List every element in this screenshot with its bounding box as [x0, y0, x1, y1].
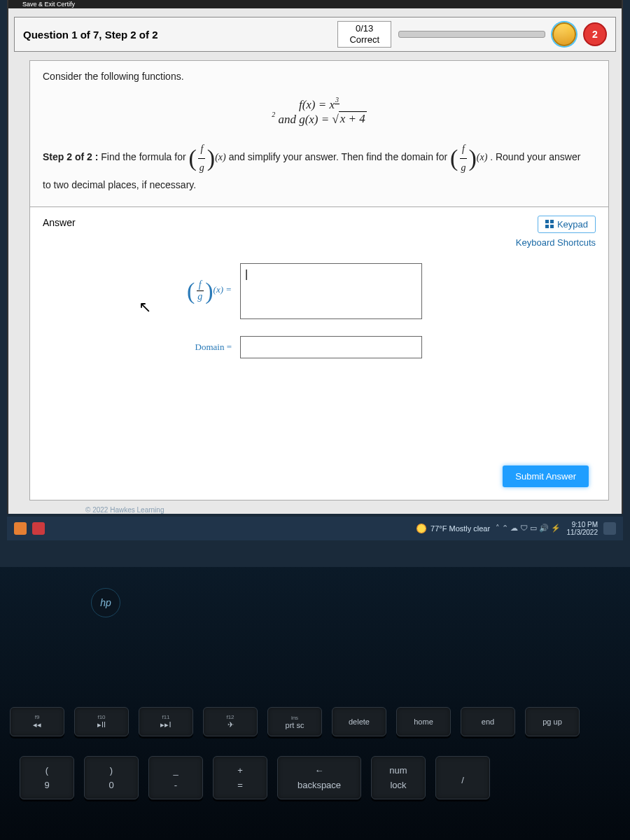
step-text-tail: to two decimal places, if necessary. — [43, 179, 196, 190]
formula-input[interactable]: | — [240, 263, 422, 319]
and-word: and — [278, 112, 299, 125]
copyright-text: © 2022 Hawkes Learning — [85, 506, 622, 514]
step-instruction: Step 2 of 2 : Find the formula for ( fg … — [43, 140, 596, 194]
save-exit-bar[interactable]: Save & Exit Certify — [8, 0, 622, 8]
keyboard-key: f9◂◂ — [10, 707, 64, 736]
sun-icon — [416, 524, 426, 533]
of-x-1: (x) — [215, 153, 226, 163]
keyboard-key: end — [461, 707, 515, 736]
keyboard-key: home — [396, 707, 451, 736]
keyboard-key: f12✈ — [203, 707, 258, 736]
weather-text: 77°F Mostly clear — [430, 524, 490, 533]
f-exp-den: 2 — [272, 111, 275, 118]
score-label: Correct — [349, 34, 379, 46]
keyboard-shortcuts-link[interactable]: Keyboard Shortcuts — [516, 237, 596, 248]
step-text-b: and simplify your answer. Then find the … — [229, 152, 450, 163]
progress-bar — [398, 31, 545, 38]
f-lhs: f(x) = x — [299, 98, 335, 111]
keyboard-key: / — [435, 756, 490, 799]
lives-badge: 2 — [583, 22, 607, 46]
windows-taskbar[interactable]: 77°F Mostly clear ˄ ⌃ ☁ 🛡 ▭ 🔊 ⚡ 9:10 PM … — [7, 517, 623, 540]
fg-fraction-1: ( fg ) — [189, 140, 216, 176]
keyboard-key: delete — [332, 707, 386, 736]
domain-label: Domain = — [169, 342, 232, 353]
function-definitions: f(x) = x32 and g(x) = √x + 4 — [43, 97, 596, 126]
keyboard-key: += — [213, 756, 267, 799]
keyboard-key: (9 — [20, 756, 74, 799]
keyboard-key: f10▸II — [74, 707, 129, 736]
problem-card: Consider the following functions. f(x) =… — [29, 60, 609, 206]
physical-keyboard: hp f9◂◂f10▸IIf11▸▸If12✈insprt scdeleteho… — [0, 567, 630, 840]
keypad-button[interactable]: Keypad — [538, 216, 596, 233]
clock-time: 9:10 PM — [567, 521, 598, 528]
domain-input[interactable] — [240, 336, 422, 358]
step-text-c: . Round your answer — [490, 152, 580, 163]
keypad-icon — [545, 220, 554, 228]
keyboard-key: )0 — [84, 756, 139, 799]
problem-intro: Consider the following functions. — [43, 71, 596, 82]
fg-fraction-2: ( fg ) — [450, 140, 477, 176]
f-exp-num: 3 — [335, 96, 340, 104]
question-header: Question 1 of 7, Step 2 of 2 0/13 Correc… — [14, 17, 616, 52]
taskbar-clock[interactable]: 9:10 PM 11/3/2022 — [567, 521, 598, 536]
cursor-icon: ↖ — [139, 298, 151, 316]
keyboard-key: f11▸▸I — [139, 707, 193, 736]
taskbar-app-icon[interactable] — [14, 522, 27, 535]
taskbar-weather[interactable]: 77°F Mostly clear — [416, 524, 490, 533]
lives-count: 2 — [592, 29, 598, 40]
keyboard-key: _- — [148, 756, 203, 799]
taskbar-app-icon[interactable] — [32, 522, 45, 535]
g-radicand: x + 4 — [339, 111, 367, 125]
keyboard-key: pg up — [525, 707, 580, 736]
submit-answer-button[interactable]: Submit Answer — [503, 465, 589, 487]
g-lhs: g(x) = — [299, 112, 332, 125]
keyboard-key: ←backspace — [277, 756, 361, 799]
step-prefix: Step 2 of 2 : — [43, 152, 98, 163]
answer-heading: Answer — [43, 217, 596, 228]
save-exit-label: Save & Exit Certify — [22, 1, 75, 8]
keyboard-key: numlock — [371, 756, 426, 799]
question-title: Question 1 of 7, Step 2 of 2 — [23, 29, 158, 41]
score-value: 0/13 — [349, 23, 379, 34]
keyboard-key: insprt sc — [267, 707, 322, 736]
notifications-icon[interactable] — [603, 522, 616, 535]
score-box: 0/13 Correct — [337, 21, 391, 47]
keypad-label: Keypad — [557, 219, 588, 230]
answer-card: Answer Keypad Keyboard Shortcuts ↖ ( fg … — [29, 206, 609, 500]
avatar[interactable] — [552, 22, 576, 46]
formula-label: ( fg ) (x) = — [169, 279, 232, 302]
step-text-a: Find the formula for — [101, 152, 188, 163]
of-x-2: (x) — [477, 153, 488, 163]
clock-date: 11/3/2022 — [567, 528, 598, 536]
hp-logo: hp — [91, 588, 120, 617]
